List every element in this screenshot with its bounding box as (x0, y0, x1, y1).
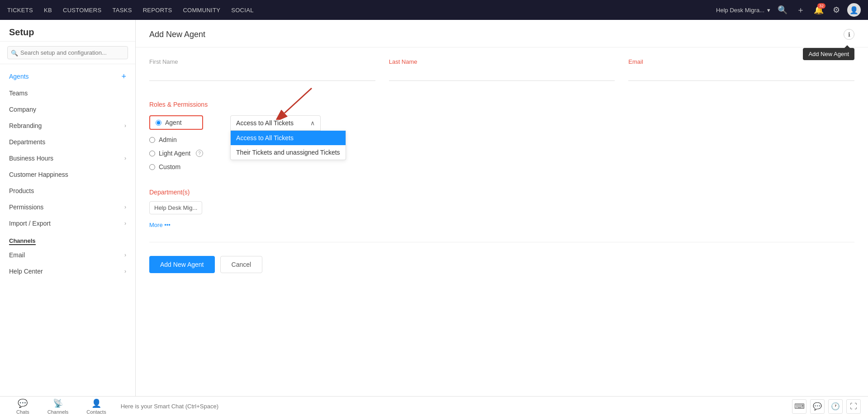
chat-icon[interactable]: 💬 (810, 399, 825, 414)
access-dropdown-trigger[interactable]: Access to All Tickets ∧ (230, 115, 321, 131)
more-link[interactable]: More ••• (149, 222, 171, 228)
sidebar-item-rebranding-label: Rebranding (9, 122, 42, 129)
notifications-button[interactable]: 🔔 32 (812, 3, 825, 17)
tab-contacts[interactable]: 👤 Contacts (77, 397, 115, 416)
sidebar-title: Setup (0, 20, 135, 42)
first-name-field: First Name (149, 58, 375, 81)
info-button[interactable]: ℹ (844, 29, 854, 40)
email-field-container: Email (628, 58, 854, 81)
role-custom-radio[interactable] (149, 164, 155, 170)
sidebar-item-departments[interactable]: Departments (0, 134, 135, 150)
chevron-right-icon: › (124, 268, 126, 274)
chevron-up-icon: ∧ (310, 119, 315, 127)
role-admin-radio[interactable] (149, 137, 155, 143)
more-link-container: More ••• (149, 218, 854, 228)
top-nav-right: Help Desk Migra... ▾ 🔍 ＋ 🔔 32 ⚙ 👤 (716, 3, 861, 17)
first-name-input[interactable] (149, 68, 375, 81)
nav-tasks[interactable]: TASKS (112, 7, 132, 14)
channels-section-title: Channels (9, 237, 36, 245)
add-new-agent-button[interactable]: Add New Agent (149, 256, 215, 273)
role-custom-label: Custom (159, 163, 180, 170)
user-name: Help Desk Migra... (716, 7, 764, 14)
nav-community[interactable]: COMMUNITY (183, 7, 220, 14)
tab-channels[interactable]: 📡 Channels (38, 397, 77, 416)
tab-chats[interactable]: 💬 Chats (7, 397, 38, 416)
top-navigation: TICKETS KB CUSTOMERS TASKS REPORTS COMMU… (0, 0, 868, 20)
sidebar-item-permissions-label: Permissions (9, 203, 43, 211)
department-tag[interactable]: Help Desk Mig... (149, 201, 202, 214)
nav-customers[interactable]: CUSTOMERS (63, 7, 102, 14)
sidebar: Setup 🔍 Agents + Teams Company Rebrandin… (0, 20, 136, 396)
sidebar-item-agents[interactable]: Agents + (0, 68, 135, 85)
sidebar-item-help-center[interactable]: Help Center › (0, 263, 135, 279)
keyboard-icon[interactable]: ⌨ (792, 399, 806, 414)
sidebar-item-teams[interactable]: Teams (0, 85, 135, 101)
sidebar-item-business-hours[interactable]: Business Hours › (0, 150, 135, 166)
sidebar-item-business-hours-label: Business Hours (9, 155, 53, 162)
department-tag-label: Help Desk Mig... (154, 204, 197, 211)
last-name-input[interactable] (389, 68, 615, 81)
sidebar-item-products[interactable]: Products (0, 183, 135, 199)
smart-chat-input[interactable] (115, 403, 792, 410)
expand-icon[interactable]: ⛶ (846, 399, 861, 414)
tooltip: Add New Agent (803, 48, 854, 60)
user-dropdown-chevron: ▾ (767, 7, 770, 14)
role-agent-radio[interactable] (156, 120, 161, 126)
role-custom-option[interactable]: Custom (149, 163, 203, 170)
roles-section: Roles & Permissions Agent Admin (136, 101, 868, 180)
role-admin-option[interactable]: Admin (149, 136, 203, 143)
search-input[interactable] (7, 46, 128, 59)
avatar[interactable]: 👤 (847, 3, 861, 17)
light-agent-help-icon[interactable]: ? (196, 150, 203, 157)
sidebar-item-agents-label: Agents (9, 73, 29, 80)
channels-section: Channels (0, 232, 135, 247)
add-agent-icon[interactable]: + (121, 72, 126, 80)
sidebar-search-container: 🔍 (0, 42, 135, 64)
access-dropdown-container: Access to All Tickets ∧ Access to All Ti… (230, 115, 346, 160)
chevron-right-icon: › (124, 252, 126, 258)
main-layout: Setup 🔍 Agents + Teams Company Rebrandin… (0, 20, 868, 396)
contacts-icon: 👤 (91, 398, 101, 408)
access-option-assigned[interactable]: Their Tickets and unassigned Tickets (231, 145, 346, 160)
access-option-all[interactable]: Access to All Tickets (231, 131, 346, 145)
role-light-agent-option[interactable]: Light Agent ? (149, 150, 203, 157)
roles-layout: Agent Admin Light Agent ? (149, 115, 854, 170)
cancel-button[interactable]: Cancel (220, 256, 263, 273)
sidebar-item-rebranding[interactable]: Rebranding › (0, 118, 135, 134)
nav-social[interactable]: SOCIAL (231, 7, 253, 14)
nav-kb[interactable]: KB (44, 7, 52, 14)
sidebar-item-company[interactable]: Company (0, 101, 135, 118)
last-name-field: Last Name (389, 58, 615, 81)
search-button[interactable]: 🔍 (776, 3, 789, 17)
access-dropdown-menu: Access to All Tickets Their Tickets and … (230, 131, 346, 160)
sidebar-item-email[interactable]: Email › (0, 247, 135, 263)
role-light-agent-radio[interactable] (149, 151, 155, 156)
sidebar-item-help-center-label: Help Center (9, 268, 43, 275)
name-email-row: First Name Last Name Email (149, 58, 854, 81)
settings-button[interactable]: ⚙ (831, 3, 842, 17)
tab-channels-label: Channels (47, 409, 68, 415)
nav-tickets[interactable]: TICKETS (7, 7, 33, 14)
bottom-right-icons: ⌨ 💬 🕐 ⛶ (792, 399, 861, 414)
tab-contacts-label: Contacts (86, 409, 106, 415)
departments-title: Department(s) (149, 189, 854, 196)
sidebar-item-customer-happiness[interactable]: Customer Happiness (0, 166, 135, 183)
content-header: Add New Agent ℹ Add New Agent (136, 20, 868, 47)
search-icon: 🔍 (11, 49, 18, 56)
first-name-label: First Name (149, 58, 375, 65)
access-dropdown-label: Access to All Tickets (236, 119, 294, 127)
role-agent-option[interactable]: Agent (149, 115, 203, 130)
departments-section: Department(s) Help Desk Mig... More ••• (136, 180, 868, 237)
clock-icon[interactable]: 🕐 (828, 399, 843, 414)
email-input[interactable] (628, 68, 854, 81)
notification-count: 32 (817, 3, 825, 9)
roles-title: Roles & Permissions (149, 101, 854, 108)
sidebar-item-import-export[interactable]: Import / Export › (0, 215, 135, 232)
nav-reports[interactable]: REPORTS (143, 7, 172, 14)
sidebar-item-products-label: Products (9, 187, 34, 194)
user-dropdown[interactable]: Help Desk Migra... ▾ (716, 7, 770, 14)
main-content: Add New Agent ℹ Add New Agent First Name… (136, 20, 868, 396)
sidebar-item-permissions[interactable]: Permissions › (0, 199, 135, 215)
add-button[interactable]: ＋ (795, 3, 806, 17)
role-light-agent-label: Light Agent (159, 150, 190, 157)
